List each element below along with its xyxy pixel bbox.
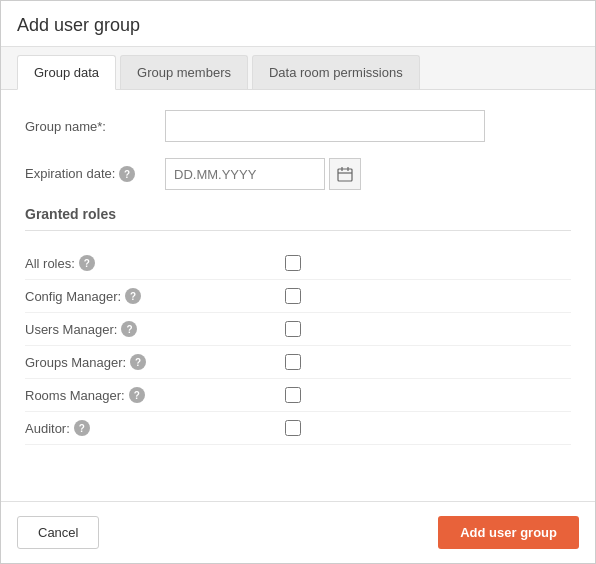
role-label-groups-manager: Groups Manager: ? bbox=[25, 354, 225, 370]
granted-roles-title: Granted roles bbox=[25, 206, 571, 222]
expiration-date-label: Expiration date: ? bbox=[25, 166, 165, 183]
config-manager-help-icon[interactable]: ? bbox=[125, 288, 141, 304]
role-row-config-manager: Config Manager: ? bbox=[25, 280, 571, 313]
all-roles-help-icon[interactable]: ? bbox=[79, 255, 95, 271]
rooms-manager-checkbox[interactable] bbox=[285, 387, 301, 403]
expiration-date-input[interactable] bbox=[165, 158, 325, 190]
dialog-body: Group name*: Expiration date: ? Granted … bbox=[1, 90, 595, 501]
all-roles-checkbox[interactable] bbox=[285, 255, 301, 271]
calendar-button[interactable] bbox=[329, 158, 361, 190]
role-row-auditor: Auditor: ? bbox=[25, 412, 571, 445]
group-name-label: Group name*: bbox=[25, 119, 165, 134]
auditor-checkbox-wrapper bbox=[285, 420, 301, 436]
dialog-header: Add user group bbox=[1, 1, 595, 47]
group-name-input[interactable] bbox=[165, 110, 485, 142]
groups-manager-help-icon[interactable]: ? bbox=[130, 354, 146, 370]
section-divider bbox=[25, 230, 571, 231]
group-name-row: Group name*: bbox=[25, 110, 571, 142]
auditor-checkbox[interactable] bbox=[285, 420, 301, 436]
role-row-all-roles: All roles: ? bbox=[25, 247, 571, 280]
roles-list: All roles: ? Config Manager: ? bbox=[25, 247, 571, 445]
users-manager-checkbox[interactable] bbox=[285, 321, 301, 337]
add-user-group-button[interactable]: Add user group bbox=[438, 516, 579, 549]
auditor-help-icon[interactable]: ? bbox=[74, 420, 90, 436]
role-label-config-manager: Config Manager: ? bbox=[25, 288, 225, 304]
users-manager-help-icon[interactable]: ? bbox=[121, 321, 137, 337]
role-row-users-manager: Users Manager: ? bbox=[25, 313, 571, 346]
tab-bar: Group data Group members Data room permi… bbox=[1, 47, 595, 90]
expiration-date-row: Expiration date: ? bbox=[25, 158, 571, 190]
role-label-all-roles: All roles: ? bbox=[25, 255, 225, 271]
cancel-button[interactable]: Cancel bbox=[17, 516, 99, 549]
groups-manager-checkbox[interactable] bbox=[285, 354, 301, 370]
svg-rect-0 bbox=[338, 169, 352, 181]
expiration-date-help-icon[interactable]: ? bbox=[119, 166, 135, 182]
rooms-manager-checkbox-wrapper bbox=[285, 387, 301, 403]
config-manager-checkbox[interactable] bbox=[285, 288, 301, 304]
add-user-group-dialog: Add user group Group data Group members … bbox=[0, 0, 596, 564]
role-label-auditor: Auditor: ? bbox=[25, 420, 225, 436]
tab-data-room-permissions[interactable]: Data room permissions bbox=[252, 55, 420, 89]
tab-group-members[interactable]: Group members bbox=[120, 55, 248, 89]
dialog-title: Add user group bbox=[17, 15, 579, 36]
tab-group-data[interactable]: Group data bbox=[17, 55, 116, 90]
groups-manager-checkbox-wrapper bbox=[285, 354, 301, 370]
role-label-rooms-manager: Rooms Manager: ? bbox=[25, 387, 225, 403]
rooms-manager-help-icon[interactable]: ? bbox=[129, 387, 145, 403]
users-manager-checkbox-wrapper bbox=[285, 321, 301, 337]
config-manager-checkbox-wrapper bbox=[285, 288, 301, 304]
role-label-users-manager: Users Manager: ? bbox=[25, 321, 225, 337]
role-row-rooms-manager: Rooms Manager: ? bbox=[25, 379, 571, 412]
all-roles-checkbox-wrapper bbox=[285, 255, 301, 271]
dialog-footer: Cancel Add user group bbox=[1, 501, 595, 563]
role-row-groups-manager: Groups Manager: ? bbox=[25, 346, 571, 379]
calendar-icon bbox=[337, 166, 353, 182]
